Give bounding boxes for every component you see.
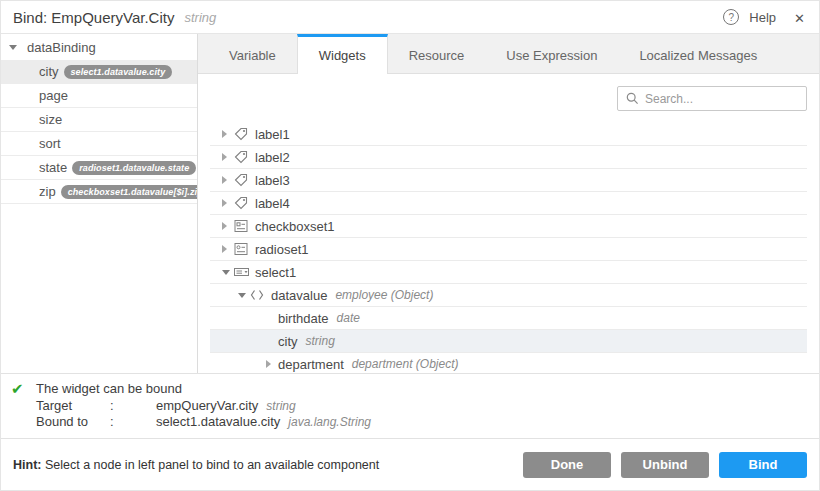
dialog-body: dataBinding city select1.datavalue.city …: [1, 34, 819, 373]
status-target-row: Target : empQueryVar.citystring: [36, 398, 371, 415]
dialog-title-type: string: [184, 10, 216, 25]
bound-type: java.lang.String: [288, 415, 371, 429]
node-type: department (Object): [352, 357, 459, 371]
node-label: radioset1: [255, 242, 308, 257]
left-item-city[interactable]: city select1.datavalue.city: [1, 60, 197, 84]
hint-label: Hint:: [13, 458, 41, 472]
object-brackets-icon: [250, 288, 265, 302]
node-label: city: [278, 334, 298, 349]
tab-widgets[interactable]: Widgets: [297, 34, 388, 74]
bound-label: Bound to: [36, 414, 110, 431]
hint-text: Hint: Select a node in left panel to bin…: [13, 458, 379, 472]
search-icon: [626, 92, 639, 105]
chevron-right-icon[interactable]: [222, 153, 234, 161]
tree-node-databinding[interactable]: dataBinding: [1, 34, 197, 60]
chevron-right-icon[interactable]: [222, 130, 234, 138]
tab-use-expression[interactable]: Use Expression: [485, 34, 618, 73]
binding-status: The widget can be bound Target : empQuer…: [1, 373, 819, 438]
radioset-icon: [234, 242, 249, 256]
widget-tree: label1 label2 label3: [210, 123, 807, 373]
databinding-root-label: dataBinding: [27, 40, 96, 55]
left-item-label: state: [39, 160, 67, 175]
colon: :: [110, 414, 156, 431]
chevron-right-icon[interactable]: [222, 245, 234, 253]
tree-row-radioset1[interactable]: radioset1: [210, 238, 807, 261]
chevron-right-icon[interactable]: [222, 222, 234, 230]
status-message: The widget can be bound: [36, 381, 371, 398]
dialog-header: Bind: EmpQueryVar.City string Help: [1, 1, 819, 34]
binding-badge: radioset1.datavalue.state: [72, 161, 196, 175]
node-label: datavalue: [271, 288, 327, 303]
tag-icon: [234, 196, 249, 210]
node-type: date: [337, 311, 360, 325]
tree-row-label1[interactable]: label1: [210, 123, 807, 146]
search-box[interactable]: [617, 86, 807, 111]
select-icon: [234, 265, 249, 279]
tree-row-label2[interactable]: label2: [210, 146, 807, 169]
checkboxset-icon: [234, 219, 249, 233]
target-label: Target: [36, 398, 110, 415]
left-item-label: size: [39, 112, 62, 127]
node-type: string: [306, 334, 335, 348]
tree-row-checkboxset1[interactable]: checkboxset1: [210, 215, 807, 238]
status-bound-row: Bound to : select1.datavalue.cityjava.la…: [36, 414, 371, 431]
left-item-size[interactable]: size: [1, 108, 197, 132]
tab-bar: Variable Widgets Resource Use Expression…: [198, 34, 819, 74]
chevron-down-icon[interactable]: [9, 45, 21, 50]
node-label: department: [278, 357, 344, 372]
tree-row-datavalue[interactable]: datavalue employee (Object): [210, 284, 807, 307]
left-item-label: page: [39, 88, 68, 103]
node-label: label3: [255, 173, 290, 188]
done-button[interactable]: Done: [523, 452, 611, 478]
binding-badge: select1.datavalue.city: [64, 65, 173, 79]
node-label: checkboxset1: [255, 219, 335, 234]
tree-row-department[interactable]: department department (Object): [210, 353, 807, 373]
unbind-button[interactable]: Unbind: [621, 452, 709, 478]
tree-row-select1[interactable]: select1: [210, 261, 807, 284]
target-type: string: [266, 399, 295, 413]
chevron-right-icon[interactable]: [222, 199, 234, 207]
chevron-right-icon[interactable]: [222, 176, 234, 184]
chevron-down-icon[interactable]: [238, 293, 250, 298]
tree-row-city[interactable]: city string: [210, 330, 807, 353]
widgets-content: label1 label2 label3: [198, 74, 819, 373]
left-item-label: city: [39, 64, 59, 79]
node-label: label4: [255, 196, 290, 211]
node-label: label1: [255, 127, 290, 142]
left-item-page[interactable]: page: [1, 84, 197, 108]
left-item-zip[interactable]: zip checkboxset1.datavalue[$i].zip: [1, 180, 197, 204]
tab-variable[interactable]: Variable: [208, 34, 297, 73]
left-item-state[interactable]: state radioset1.datavalue.state: [1, 156, 197, 180]
left-item-sort[interactable]: sort: [1, 132, 197, 156]
header-actions: Help: [723, 9, 805, 26]
node-type: employee (Object): [335, 288, 433, 302]
left-item-label: sort: [39, 136, 61, 151]
tag-icon: [234, 173, 249, 187]
node-label: select1: [255, 265, 296, 280]
node-label: label2: [255, 150, 290, 165]
tree-row-label4[interactable]: label4: [210, 192, 807, 215]
databinding-panel: dataBinding city select1.datavalue.city …: [1, 34, 198, 373]
footer-buttons: Done Unbind Bind: [523, 452, 807, 478]
tree-row-birthdate[interactable]: birthdate date: [210, 307, 807, 330]
close-icon[interactable]: [794, 9, 805, 26]
help-link[interactable]: Help: [749, 10, 776, 25]
tag-icon: [234, 150, 249, 164]
chevron-right-icon[interactable]: [266, 360, 278, 368]
tree-row-label3[interactable]: label3: [210, 169, 807, 192]
colon: :: [110, 398, 156, 415]
search-input[interactable]: [645, 92, 798, 106]
left-item-label: zip: [39, 184, 56, 199]
target-value: empQueryVar.citystring: [156, 398, 371, 415]
check-icon: [11, 381, 27, 438]
tab-resource[interactable]: Resource: [388, 34, 486, 73]
tag-icon: [234, 127, 249, 141]
help-icon[interactable]: [723, 9, 739, 25]
widgets-panel: Variable Widgets Resource Use Expression…: [198, 34, 819, 373]
dialog-title: Bind: EmpQueryVar.City: [13, 9, 174, 26]
search-row: [210, 86, 807, 111]
chevron-down-icon[interactable]: [222, 270, 234, 275]
node-label: birthdate: [278, 311, 329, 326]
tab-localized-messages[interactable]: Localized Messages: [618, 34, 778, 73]
bind-button[interactable]: Bind: [719, 452, 807, 478]
